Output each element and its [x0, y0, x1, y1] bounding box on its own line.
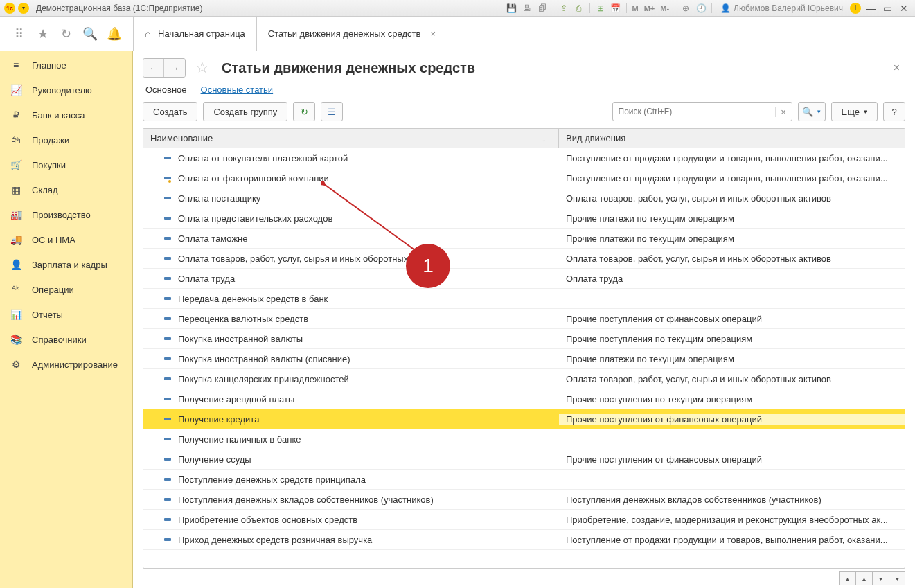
- item-icon: [164, 377, 171, 380]
- refresh-icon-button[interactable]: ↻: [293, 102, 315, 121]
- history-icon[interactable]: 🕘: [695, 2, 707, 15]
- sidebar-item[interactable]: 🛍Продажи: [0, 127, 132, 152]
- table-row[interactable]: Поступление денежных средств принципала: [143, 470, 905, 490]
- history-nav-icon[interactable]: ↻: [58, 26, 75, 42]
- info-icon[interactable]: i: [850, 3, 861, 14]
- table-row[interactable]: Покупка иностранной валюты Прочие поступ…: [143, 329, 905, 349]
- table-row[interactable]: Покупка иностранной валюты (списание) Пр…: [143, 349, 905, 369]
- help-button[interactable]: ?: [883, 102, 905, 121]
- row-name: Оплата поставщику: [178, 193, 260, 204]
- sidebar-item[interactable]: ⚙Администрирование: [0, 352, 132, 377]
- user-chip[interactable]: 👤 Любимов Валерий Юрьевич: [720, 3, 843, 13]
- apps-icon[interactable]: ⠿: [10, 26, 27, 42]
- table-row[interactable]: Оплата таможне Прочие платежи по текущим…: [143, 229, 905, 249]
- table-row[interactable]: Оплата труда Оплата труда: [143, 269, 905, 289]
- tab-cashflow-items[interactable]: Статьи движения денежных средств ×: [257, 17, 447, 51]
- bell-icon[interactable]: 🔔: [106, 26, 123, 42]
- table-row[interactable]: Оплата от покупателя платежной картой По…: [143, 148, 905, 168]
- tab-home[interactable]: ⌂ Начальная страница: [134, 17, 257, 51]
- sidebar-item[interactable]: 📈Руководителю: [0, 78, 132, 103]
- page-close-icon[interactable]: ×: [894, 62, 900, 74]
- sidebar-item[interactable]: 🏭Производство: [0, 202, 132, 227]
- sidebar-item[interactable]: ₽Банк и касса: [0, 103, 132, 127]
- zoom-icon[interactable]: ⊕: [679, 2, 692, 15]
- col-kind[interactable]: Вид движения: [559, 133, 905, 143]
- search-nav-icon[interactable]: 🔍: [82, 26, 98, 42]
- scroll-down-icon[interactable]: ▾: [872, 571, 889, 585]
- row-name: Приход денежных средств розничная выручк…: [178, 535, 372, 545]
- item-icon: [164, 257, 171, 260]
- scroll-bottom-icon[interactable]: ▾̲: [889, 571, 905, 585]
- row-kind: Прочие поступления от финансовых операци…: [559, 454, 905, 465]
- link-icon[interactable]: ⇪: [558, 2, 570, 15]
- table-row[interactable]: Переоценка валютных средств Прочие посту…: [143, 309, 905, 329]
- table-row[interactable]: Приобретение объектов основных средств П…: [143, 510, 905, 530]
- col-name[interactable]: Наименование ↓: [143, 129, 559, 148]
- back-button[interactable]: ←: [143, 59, 164, 77]
- table-row[interactable]: Передача денежных средств в банк: [143, 289, 905, 309]
- table-row[interactable]: Покупка канцелярских принадлежностей Опл…: [143, 369, 905, 389]
- copy-icon[interactable]: 🗐: [536, 2, 549, 15]
- tab-close-icon[interactable]: ×: [430, 28, 436, 39]
- maximize-button[interactable]: ▭: [880, 3, 894, 14]
- table-row[interactable]: Оплата представительских расходов Прочие…: [143, 208, 905, 229]
- sidebar-item[interactable]: 👤Зарплата и кадры: [0, 252, 132, 277]
- item-icon: [164, 197, 171, 199]
- minimize-button[interactable]: —: [864, 3, 878, 14]
- table-row[interactable]: Получение кредита Прочие поступления от …: [143, 409, 905, 429]
- data-table: Наименование ↓ Вид движения Оплата от по…: [143, 128, 905, 569]
- table-row[interactable]: Оплата поставщику Оплата товаров, работ,…: [143, 188, 905, 208]
- home-icon: ⌂: [145, 28, 151, 39]
- search-clear-icon[interactable]: ×: [775, 107, 792, 117]
- top-toolbar: ⠿ ★ ↻ 🔍 🔔 ⌂ Начальная страница Статьи дв…: [0, 17, 915, 51]
- sidebar-item-label: ОС и НМА: [32, 235, 75, 245]
- sidebar-item[interactable]: 🛒Покупки: [0, 152, 132, 177]
- table-row[interactable]: Получение арендной платы Прочие поступле…: [143, 389, 905, 409]
- scroll-up-icon[interactable]: ▴: [855, 571, 872, 585]
- print-icon[interactable]: 🖶: [521, 2, 533, 15]
- table-row[interactable]: Получение ссуды Прочие поступления от фи…: [143, 449, 905, 470]
- subtab-main-items[interactable]: Основные статьи: [201, 84, 274, 95]
- sidebar-icon: ⚙: [10, 359, 22, 370]
- forward-button[interactable]: →: [164, 59, 185, 77]
- subtab-main[interactable]: Основное: [145, 84, 187, 95]
- row-kind: Оплата товаров, работ, услуг, сырья и ин…: [559, 253, 905, 264]
- table-row[interactable]: Получение наличных в банке: [143, 429, 905, 449]
- memory-mplus[interactable]: M+: [643, 4, 657, 12]
- sidebar-item[interactable]: 📊Отчеты: [0, 302, 132, 327]
- calendar-icon[interactable]: 📅: [610, 2, 622, 15]
- search-button[interactable]: 🔍▾: [798, 102, 826, 121]
- close-button[interactable]: ✕: [897, 3, 911, 14]
- tab-active-label: Статьи движения денежных средств: [268, 28, 421, 39]
- row-name: Приобретение объектов основных средств: [178, 515, 357, 525]
- app-menu-dropdown[interactable]: ▾: [18, 3, 29, 14]
- more-button[interactable]: Еще▾: [831, 102, 878, 121]
- sidebar-item[interactable]: 🚚ОС и НМА: [0, 227, 132, 252]
- table-row[interactable]: Оплата товаров, работ, услуг, сырья и ин…: [143, 249, 905, 269]
- favorite-icon[interactable]: ★: [35, 26, 51, 42]
- item-icon: [164, 337, 171, 340]
- sidebar-item[interactable]: ≡Главное: [0, 51, 132, 78]
- table-row[interactable]: Приход денежных средств розничная выручк…: [143, 530, 905, 550]
- send-icon[interactable]: ⎙: [573, 2, 585, 15]
- save-icon[interactable]: 💾: [506, 2, 518, 15]
- calc-icon[interactable]: ⊞: [594, 2, 607, 15]
- app-logo-icon: 1c: [4, 3, 15, 14]
- sidebar-item[interactable]: ▦Склад: [0, 177, 132, 202]
- table-row[interactable]: Оплата от факторинговой компании Поступл…: [143, 168, 905, 188]
- search-input[interactable]: [613, 107, 775, 116]
- scroll-top-icon[interactable]: ▴̲: [839, 571, 855, 585]
- row-kind: Прочие поступления от финансовых операци…: [559, 314, 905, 324]
- favorite-star-icon[interactable]: ☆: [195, 59, 209, 77]
- memory-m[interactable]: M: [631, 4, 640, 12]
- create-group-button[interactable]: Создать группу: [203, 102, 287, 121]
- create-button[interactable]: Создать: [143, 102, 197, 121]
- sidebar-item[interactable]: ᴬᵏОперации: [0, 277, 132, 302]
- sidebar-item[interactable]: 📚Справочники: [0, 327, 132, 352]
- sidebar-icon: 📚: [10, 334, 22, 345]
- list-mode-button[interactable]: ☰: [321, 102, 343, 121]
- item-icon: [164, 317, 171, 320]
- memory-mminus[interactable]: M-: [659, 4, 670, 12]
- row-name: Поступления денежных вкладов собственник…: [178, 495, 434, 505]
- table-row[interactable]: Поступления денежных вкладов собственник…: [143, 490, 905, 510]
